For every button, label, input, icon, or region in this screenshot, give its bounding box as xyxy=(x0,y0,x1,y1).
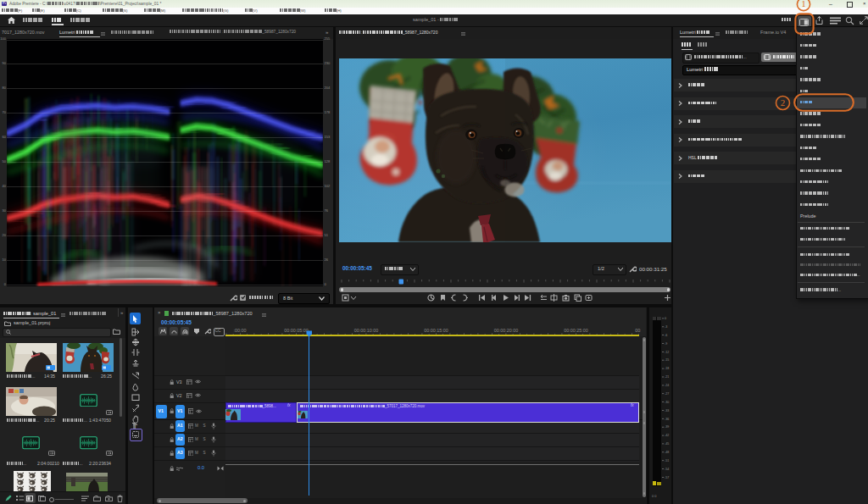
svg-text:00:00:10:00: 00:00:10:00 xyxy=(354,328,378,333)
svg-text:-3: -3 xyxy=(665,325,667,329)
svg-text:-15: -15 xyxy=(665,358,669,362)
svg-text:-27: -27 xyxy=(665,392,669,396)
svg-text:-48: -48 xyxy=(665,451,669,454)
svg-text:-30: -30 xyxy=(665,401,669,404)
svg-text:-33: -33 xyxy=(665,409,669,413)
svg-text:-54: -54 xyxy=(665,468,669,471)
svg-text:-21: -21 xyxy=(665,375,669,379)
svg-text:-6: -6 xyxy=(665,334,667,337)
svg-text:00:00:05:00: 00:00:05:00 xyxy=(284,328,308,333)
svg-text:1: 1 xyxy=(802,0,806,8)
svg-text:-51: -51 xyxy=(665,459,669,462)
svg-text:-12: -12 xyxy=(665,351,669,354)
svg-text:-24: -24 xyxy=(665,384,669,387)
svg-text:0: 0 xyxy=(665,317,666,320)
svg-text:-9: -9 xyxy=(665,342,667,346)
svg-text:00:: 00: xyxy=(635,328,641,333)
svg-text:00:00:25:00: 00:00:25:00 xyxy=(564,328,587,333)
svg-text:-36: -36 xyxy=(665,418,669,421)
svg-text:-42: -42 xyxy=(665,434,669,437)
svg-text:-57: -57 xyxy=(665,476,669,479)
svg-text:00:00:15:00: 00:00:15:00 xyxy=(424,328,448,333)
svg-text::00:00: :00:00 xyxy=(234,328,247,333)
svg-text:-18: -18 xyxy=(665,367,669,370)
svg-text:2: 2 xyxy=(781,97,786,108)
svg-text:00:00:20:00: 00:00:20:00 xyxy=(494,328,518,333)
svg-text:-39: -39 xyxy=(665,425,669,429)
svg-text:-45: -45 xyxy=(665,442,669,446)
